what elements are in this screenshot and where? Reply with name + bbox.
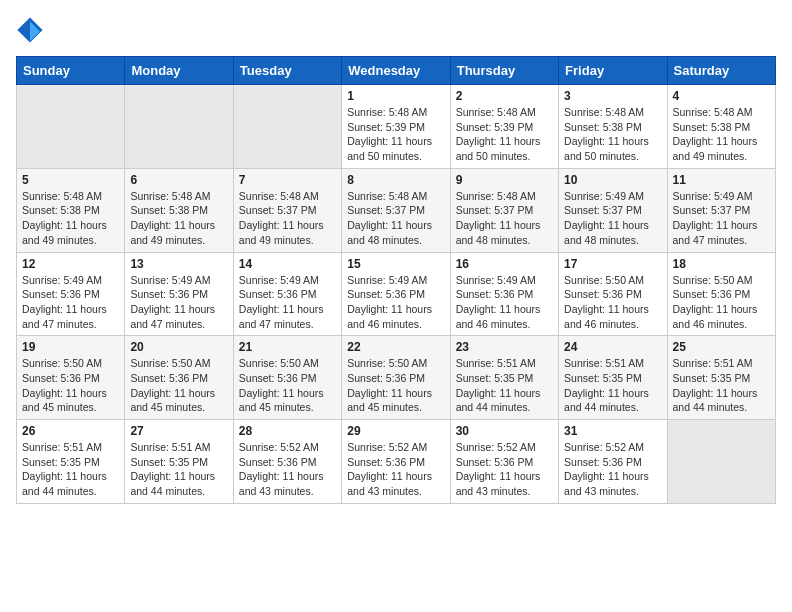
day-info: Sunrise: 5:52 AM Sunset: 5:36 PM Dayligh… (564, 440, 661, 499)
calendar-cell: 20Sunrise: 5:50 AM Sunset: 5:36 PM Dayli… (125, 336, 233, 420)
calendar-cell: 7Sunrise: 5:48 AM Sunset: 5:37 PM Daylig… (233, 168, 341, 252)
calendar-cell: 13Sunrise: 5:49 AM Sunset: 5:36 PM Dayli… (125, 252, 233, 336)
calendar-cell: 16Sunrise: 5:49 AM Sunset: 5:36 PM Dayli… (450, 252, 558, 336)
calendar-cell (233, 85, 341, 169)
weekday-header: Monday (125, 57, 233, 85)
calendar-table: SundayMondayTuesdayWednesdayThursdayFrid… (16, 56, 776, 504)
day-number: 14 (239, 257, 336, 271)
calendar-cell: 12Sunrise: 5:49 AM Sunset: 5:36 PM Dayli… (17, 252, 125, 336)
day-number: 21 (239, 340, 336, 354)
day-info: Sunrise: 5:50 AM Sunset: 5:36 PM Dayligh… (673, 273, 770, 332)
calendar-cell: 25Sunrise: 5:51 AM Sunset: 5:35 PM Dayli… (667, 336, 775, 420)
day-info: Sunrise: 5:52 AM Sunset: 5:36 PM Dayligh… (456, 440, 553, 499)
day-info: Sunrise: 5:48 AM Sunset: 5:37 PM Dayligh… (347, 189, 444, 248)
day-number: 22 (347, 340, 444, 354)
day-info: Sunrise: 5:48 AM Sunset: 5:38 PM Dayligh… (22, 189, 119, 248)
day-info: Sunrise: 5:49 AM Sunset: 5:36 PM Dayligh… (239, 273, 336, 332)
calendar-cell: 5Sunrise: 5:48 AM Sunset: 5:38 PM Daylig… (17, 168, 125, 252)
calendar-week-row: 12Sunrise: 5:49 AM Sunset: 5:36 PM Dayli… (17, 252, 776, 336)
calendar-cell: 28Sunrise: 5:52 AM Sunset: 5:36 PM Dayli… (233, 420, 341, 504)
calendar-week-row: 5Sunrise: 5:48 AM Sunset: 5:38 PM Daylig… (17, 168, 776, 252)
calendar-cell: 4Sunrise: 5:48 AM Sunset: 5:38 PM Daylig… (667, 85, 775, 169)
day-number: 24 (564, 340, 661, 354)
calendar-cell: 17Sunrise: 5:50 AM Sunset: 5:36 PM Dayli… (559, 252, 667, 336)
calendar-cell: 2Sunrise: 5:48 AM Sunset: 5:39 PM Daylig… (450, 85, 558, 169)
calendar-cell: 10Sunrise: 5:49 AM Sunset: 5:37 PM Dayli… (559, 168, 667, 252)
day-number: 19 (22, 340, 119, 354)
day-number: 18 (673, 257, 770, 271)
day-number: 12 (22, 257, 119, 271)
day-info: Sunrise: 5:50 AM Sunset: 5:36 PM Dayligh… (239, 356, 336, 415)
logo (16, 16, 48, 44)
day-number: 28 (239, 424, 336, 438)
day-number: 30 (456, 424, 553, 438)
calendar-cell: 3Sunrise: 5:48 AM Sunset: 5:38 PM Daylig… (559, 85, 667, 169)
day-info: Sunrise: 5:48 AM Sunset: 5:38 PM Dayligh… (673, 105, 770, 164)
calendar-cell: 22Sunrise: 5:50 AM Sunset: 5:36 PM Dayli… (342, 336, 450, 420)
calendar-week-row: 26Sunrise: 5:51 AM Sunset: 5:35 PM Dayli… (17, 420, 776, 504)
day-number: 29 (347, 424, 444, 438)
day-number: 31 (564, 424, 661, 438)
day-number: 15 (347, 257, 444, 271)
weekday-header: Tuesday (233, 57, 341, 85)
day-info: Sunrise: 5:48 AM Sunset: 5:38 PM Dayligh… (130, 189, 227, 248)
logo-icon (16, 16, 44, 44)
weekday-header: Saturday (667, 57, 775, 85)
calendar-cell: 19Sunrise: 5:50 AM Sunset: 5:36 PM Dayli… (17, 336, 125, 420)
calendar-cell: 31Sunrise: 5:52 AM Sunset: 5:36 PM Dayli… (559, 420, 667, 504)
day-number: 7 (239, 173, 336, 187)
calendar-cell: 30Sunrise: 5:52 AM Sunset: 5:36 PM Dayli… (450, 420, 558, 504)
calendar-cell: 8Sunrise: 5:48 AM Sunset: 5:37 PM Daylig… (342, 168, 450, 252)
day-number: 4 (673, 89, 770, 103)
weekday-header: Thursday (450, 57, 558, 85)
day-number: 9 (456, 173, 553, 187)
day-number: 17 (564, 257, 661, 271)
day-info: Sunrise: 5:49 AM Sunset: 5:36 PM Dayligh… (22, 273, 119, 332)
day-number: 11 (673, 173, 770, 187)
calendar-cell: 23Sunrise: 5:51 AM Sunset: 5:35 PM Dayli… (450, 336, 558, 420)
day-number: 5 (22, 173, 119, 187)
weekday-header: Wednesday (342, 57, 450, 85)
day-info: Sunrise: 5:48 AM Sunset: 5:37 PM Dayligh… (239, 189, 336, 248)
day-number: 3 (564, 89, 661, 103)
calendar-cell: 1Sunrise: 5:48 AM Sunset: 5:39 PM Daylig… (342, 85, 450, 169)
day-info: Sunrise: 5:51 AM Sunset: 5:35 PM Dayligh… (456, 356, 553, 415)
calendar-cell: 18Sunrise: 5:50 AM Sunset: 5:36 PM Dayli… (667, 252, 775, 336)
day-number: 6 (130, 173, 227, 187)
calendar-cell: 6Sunrise: 5:48 AM Sunset: 5:38 PM Daylig… (125, 168, 233, 252)
calendar-week-row: 1Sunrise: 5:48 AM Sunset: 5:39 PM Daylig… (17, 85, 776, 169)
day-info: Sunrise: 5:52 AM Sunset: 5:36 PM Dayligh… (347, 440, 444, 499)
calendar-cell (17, 85, 125, 169)
weekday-header-row: SundayMondayTuesdayWednesdayThursdayFrid… (17, 57, 776, 85)
day-number: 23 (456, 340, 553, 354)
day-info: Sunrise: 5:48 AM Sunset: 5:37 PM Dayligh… (456, 189, 553, 248)
calendar-cell: 11Sunrise: 5:49 AM Sunset: 5:37 PM Dayli… (667, 168, 775, 252)
day-info: Sunrise: 5:48 AM Sunset: 5:38 PM Dayligh… (564, 105, 661, 164)
day-info: Sunrise: 5:50 AM Sunset: 5:36 PM Dayligh… (564, 273, 661, 332)
day-info: Sunrise: 5:52 AM Sunset: 5:36 PM Dayligh… (239, 440, 336, 499)
weekday-header: Friday (559, 57, 667, 85)
day-info: Sunrise: 5:51 AM Sunset: 5:35 PM Dayligh… (130, 440, 227, 499)
day-info: Sunrise: 5:49 AM Sunset: 5:36 PM Dayligh… (456, 273, 553, 332)
day-info: Sunrise: 5:50 AM Sunset: 5:36 PM Dayligh… (347, 356, 444, 415)
day-info: Sunrise: 5:48 AM Sunset: 5:39 PM Dayligh… (456, 105, 553, 164)
day-info: Sunrise: 5:48 AM Sunset: 5:39 PM Dayligh… (347, 105, 444, 164)
calendar-cell (125, 85, 233, 169)
calendar-cell: 26Sunrise: 5:51 AM Sunset: 5:35 PM Dayli… (17, 420, 125, 504)
calendar-week-row: 19Sunrise: 5:50 AM Sunset: 5:36 PM Dayli… (17, 336, 776, 420)
calendar-cell: 15Sunrise: 5:49 AM Sunset: 5:36 PM Dayli… (342, 252, 450, 336)
calendar-cell: 27Sunrise: 5:51 AM Sunset: 5:35 PM Dayli… (125, 420, 233, 504)
day-info: Sunrise: 5:51 AM Sunset: 5:35 PM Dayligh… (564, 356, 661, 415)
calendar-cell: 21Sunrise: 5:50 AM Sunset: 5:36 PM Dayli… (233, 336, 341, 420)
day-number: 10 (564, 173, 661, 187)
day-info: Sunrise: 5:51 AM Sunset: 5:35 PM Dayligh… (673, 356, 770, 415)
day-info: Sunrise: 5:49 AM Sunset: 5:36 PM Dayligh… (130, 273, 227, 332)
day-info: Sunrise: 5:50 AM Sunset: 5:36 PM Dayligh… (130, 356, 227, 415)
page-header (16, 16, 776, 44)
day-number: 26 (22, 424, 119, 438)
day-number: 27 (130, 424, 227, 438)
calendar-cell: 24Sunrise: 5:51 AM Sunset: 5:35 PM Dayli… (559, 336, 667, 420)
day-number: 25 (673, 340, 770, 354)
calendar-cell: 14Sunrise: 5:49 AM Sunset: 5:36 PM Dayli… (233, 252, 341, 336)
day-number: 8 (347, 173, 444, 187)
